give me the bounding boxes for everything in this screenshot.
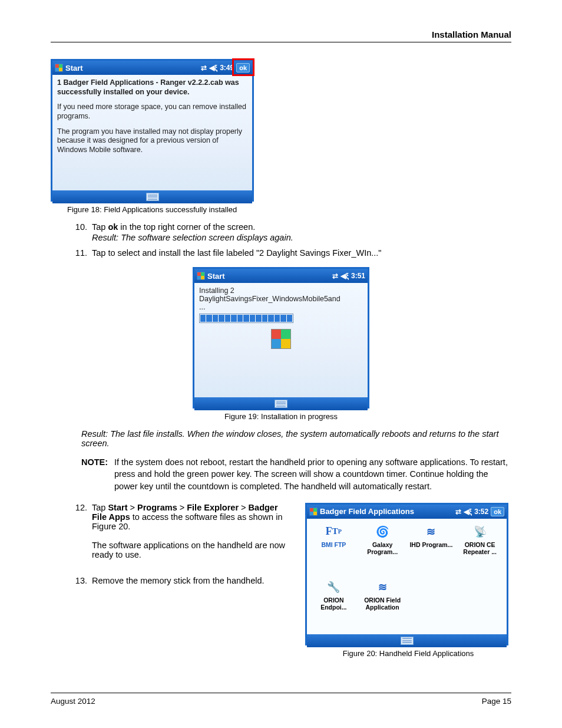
- volume-icon: ◀ξ: [340, 272, 349, 280]
- ftp-icon: FTP: [310, 523, 357, 540]
- install-warn-msg: The program you have installed may not d…: [57, 127, 247, 155]
- titlebar-text: Start: [207, 272, 225, 281]
- app-label: Galaxy Program...: [359, 541, 406, 555]
- app-orion-field[interactable]: ≋ ORION Field Application: [358, 577, 407, 632]
- antenna-icon: 🔧: [310, 579, 357, 595]
- keyboard-icon[interactable]: [401, 637, 414, 645]
- page-header-title: Installation Manual: [51, 29, 511, 42]
- fig20-caption: Figure 20: Handheld Field Applications: [305, 649, 511, 658]
- page-footer: August 2012 Page 15: [51, 693, 511, 706]
- connectivity-icon: ⇄: [332, 272, 338, 280]
- windows-logo-icon: [271, 329, 291, 349]
- step12-para2: The software applications on the handhel…: [92, 541, 289, 559]
- status-area: ⇄ ◀ξ 3:51: [332, 272, 365, 280]
- step10-post: in the top right corner of the screen.: [118, 222, 255, 232]
- wm-body: Installing 2 DaylightSavingsFixer_Window…: [194, 283, 368, 397]
- note-text: If the system does not reboot, restart t…: [114, 456, 511, 492]
- result-long: Result: The last file installs. When the…: [81, 429, 511, 448]
- install-line3: ...: [199, 303, 363, 311]
- fig18-screenshot: Start ⇄ ◀ξ 3:49 ok 1 Badger Field Applic…: [51, 59, 254, 202]
- windows-flag-icon: [55, 64, 63, 72]
- fig20-screenshot: Badger Field Applications ⇄ ◀ξ 3:52 ok F…: [305, 503, 508, 645]
- app-label: ORION Field Application: [359, 597, 406, 611]
- titlebar-text: Start: [65, 64, 83, 73]
- clock-text: 3:49: [220, 64, 234, 72]
- install-storage-msg: If you need more storage space, you can …: [57, 103, 247, 121]
- step11-text: Tap to select and install the last file …: [92, 248, 511, 258]
- status-area: ⇄ ◀ξ 3:52 ok: [455, 507, 504, 516]
- wm-softbar: [307, 634, 507, 647]
- install-line1: Installing 2: [199, 286, 363, 295]
- step-num-13: 13.: [74, 576, 92, 585]
- app-label: ORION Endpoi...: [310, 597, 357, 611]
- install-success-msg: 1 Badger Field Applications - Ranger v2.…: [57, 78, 247, 97]
- titlebar-text: Badger Field Applications: [320, 507, 414, 516]
- fig18-caption: Figure 18: Field Applications successful…: [67, 205, 511, 214]
- app-galaxy[interactable]: 🌀 Galaxy Program...: [358, 521, 407, 577]
- header-rule: [51, 42, 511, 42]
- wm-titlebar: Start ⇄ ◀ξ 3:51: [194, 269, 368, 283]
- note-label: NOTE:: [81, 456, 114, 492]
- volume-icon: ◀ξ: [464, 508, 472, 516]
- connectivity-icon: ⇄: [201, 64, 207, 72]
- wm-body: 1 Badger Field Applications - Ranger v2.…: [52, 75, 252, 190]
- windows-flag-icon: [309, 508, 318, 516]
- app-label: ORION CE Repeater ...: [457, 541, 503, 555]
- step-num-12: 12.: [74, 503, 92, 559]
- step-num-10: 10.: [74, 222, 92, 242]
- wm-softbar: [52, 190, 252, 203]
- step12-line: Tap Start > Programs > File Explorer > B…: [92, 503, 282, 531]
- footer-date: August 2012: [51, 697, 95, 706]
- app-label: BMI FTP: [310, 541, 357, 548]
- app-label: IHD Program...: [408, 541, 455, 548]
- keyboard-icon[interactable]: [275, 400, 287, 408]
- wave-icon: ≋: [359, 579, 406, 595]
- step-num-11: 11.: [74, 248, 92, 258]
- wm-titlebar: Badger Field Applications ⇄ ◀ξ 3:52 ok: [307, 505, 507, 519]
- connectivity-icon: ⇄: [455, 508, 461, 516]
- wm-softbar: [194, 397, 368, 410]
- ok-button[interactable]: ok: [236, 63, 250, 73]
- signal-icon: 📡: [457, 523, 503, 540]
- step10-pre: Tap: [92, 222, 108, 232]
- footer-page: Page 15: [482, 697, 511, 706]
- ok-button[interactable]: ok: [491, 507, 504, 516]
- app-orion-endpoint[interactable]: 🔧 ORION Endpoi...: [309, 577, 358, 632]
- progress-bar: [199, 314, 293, 323]
- galaxy-icon: 🌀: [359, 523, 406, 540]
- install-line2: DaylightSavingsFixer_WindowsMobile5and: [199, 295, 363, 303]
- app-ihd[interactable]: ≋ IHD Program...: [407, 521, 456, 577]
- app-grid: FTP BMI FTP 🌀 Galaxy Program... ≋ IHD Pr…: [307, 519, 507, 634]
- keyboard-icon[interactable]: [146, 193, 159, 201]
- windows-flag-icon: [197, 272, 205, 280]
- wm-titlebar: Start ⇄ ◀ξ 3:49 ok: [52, 61, 252, 75]
- volume-icon: ◀ξ: [209, 64, 217, 72]
- wave-icon: ≋: [408, 523, 455, 540]
- app-bmi-ftp[interactable]: FTP BMI FTP: [309, 521, 358, 577]
- step13-text: Remove the memory stick from the handhel…: [92, 576, 289, 585]
- fig19-caption: Figure 19: Installation in progress: [193, 412, 369, 421]
- clock-text: 3:52: [474, 508, 488, 516]
- status-area: ⇄ ◀ξ 3:49 ok: [201, 63, 250, 73]
- step10-result: Result: The software selection screen di…: [92, 233, 511, 242]
- step10-bold: ok: [108, 222, 118, 232]
- app-orion-ce[interactable]: 📡 ORION CE Repeater ...: [455, 521, 504, 577]
- fig19-screenshot: Start ⇄ ◀ξ 3:51 Installing 2 DaylightSav…: [193, 267, 369, 409]
- clock-text: 3:51: [351, 272, 365, 280]
